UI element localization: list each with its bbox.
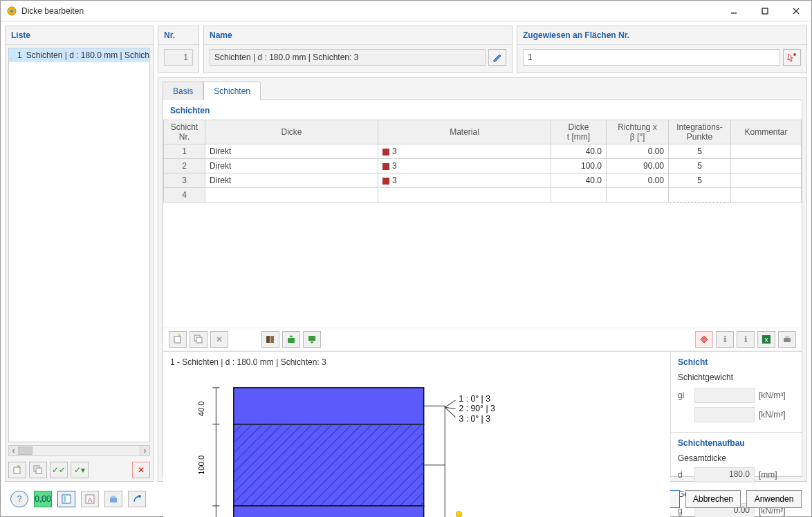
view-toggle-1-button[interactable] [57,491,75,507]
maximize-button[interactable] [749,1,780,21]
svg-rect-43 [64,496,66,502]
schicht-title: Schicht [678,357,795,367]
lower-split: 1 - Schichten | d : 180.0 mm | Schichten… [163,351,802,477]
export-button[interactable] [303,331,321,348]
right-column: Nr. Name Zugewiesen an Fläche [158,26,807,482]
pick-surfaces-button[interactable] [783,49,801,66]
apply-button[interactable]: Anwenden [746,490,802,508]
delete-button[interactable]: ✕ [132,462,150,478]
units-button[interactable]: 0,00 [34,491,52,507]
info-2-button[interactable]: ℹ [737,331,755,348]
cell-intpts[interactable]: 5 [669,144,731,159]
view-toggle-2-button[interactable]: A [81,491,99,507]
help-button[interactable]: ? [10,491,28,507]
cell-intpts[interactable]: 5 [669,173,731,188]
list-horizontal-scrollbar[interactable]: ‹ › [8,445,150,456]
cancel-button[interactable]: Abbrechen [685,490,741,508]
cell-t[interactable] [551,188,607,203]
edit-name-button[interactable] [488,49,506,66]
import-button[interactable] [282,331,300,348]
delete-layer-button[interactable]: ✕ [210,331,228,348]
scroll-left-icon[interactable]: ‹ [9,446,19,455]
excel-button[interactable]: X [757,331,775,348]
list-body[interactable]: 1 Schichten | d : 180.0 mm | Schichten: … [8,48,150,442]
client-area: Liste 1 Schichten | d : 180.0 mm | Schic… [1,21,811,516]
cell-dicke[interactable]: Direkt [205,159,378,173]
nr-field[interactable] [164,49,193,66]
cell-dicke[interactable]: Direkt [205,173,378,188]
assigned-field[interactable] [523,49,780,66]
left-column: Liste 1 Schichten | d : 180.0 mm | Schic… [5,26,154,482]
gi-area-value [694,407,755,422]
col-beta[interactable]: Richtung x β [°] [607,120,669,144]
cell-material[interactable] [378,188,551,203]
svg-rect-13 [266,336,270,343]
cell-material[interactable]: 3 [378,144,551,159]
svg-rect-46 [110,498,117,502]
cell-intpts[interactable] [669,188,731,203]
table-row[interactable]: 1Direkt340.00.005 [164,144,802,159]
library-button[interactable] [261,331,279,348]
col-dicke[interactable]: Dicke [205,120,378,144]
cell-material[interactable]: 3 [378,173,551,188]
tab-schichten[interactable]: Schichten [203,82,261,100]
cell-dicke[interactable] [205,188,378,203]
close-button[interactable] [780,1,811,21]
list-item[interactable]: 1 Schichten | d : 180.0 mm | Schichten: … [9,48,149,62]
settings-button[interactable] [128,491,146,507]
col-nr[interactable]: Schicht Nr. [164,120,205,144]
copy-button[interactable] [29,462,47,478]
cell-beta[interactable] [607,188,669,203]
col-t[interactable]: Dicke t [mm] [551,120,607,144]
table-row[interactable]: 4 [164,188,802,203]
view-option-1-button[interactable] [695,331,713,348]
cell-comment[interactable] [731,144,802,159]
app-icon [6,6,17,17]
layers-title: Schichten [163,100,802,120]
check-filter-button[interactable]: ✓▾ [71,462,89,478]
minimize-button[interactable] [718,1,749,21]
table-row[interactable]: 3Direkt340.00.005 [164,173,802,188]
legend-2: 2 : 90° | 3 [459,404,495,413]
aufbau-title: Schichtenaufbau [678,438,795,448]
dim-top: 40.0 [197,401,205,416]
svg-text:X: X [764,337,768,344]
scroll-right-icon[interactable]: › [140,446,149,455]
cell-dicke[interactable]: Direkt [205,144,378,159]
print-grid-button[interactable] [778,331,796,348]
cell-intpts[interactable]: 5 [669,159,731,173]
col-intpts[interactable]: Integrations- Punkte [669,120,731,144]
cell-comment[interactable] [731,173,802,188]
cell-beta[interactable]: 0.00 [607,173,669,188]
cell-beta[interactable]: 0.00 [607,144,669,159]
tab-basis[interactable]: Basis [163,82,203,100]
name-field[interactable] [210,49,486,66]
scroll-thumb[interactable] [19,446,33,455]
view-toggle-3-button[interactable] [104,491,122,507]
info-1-button[interactable]: ℹ [716,331,734,348]
col-comment[interactable]: Kommentar [731,120,802,144]
preview-canvas[interactable]: 40.0 100.0 40.0 [163,373,670,518]
gi-area-unit: [kN/m²] [759,410,795,420]
gi-vol-unit: [kN/m³] [759,391,795,400]
new-button[interactable] [8,462,26,478]
copy-layer-button[interactable] [190,331,207,348]
cell-comment[interactable] [731,188,802,203]
row-nr: 2 [164,159,205,173]
col-material[interactable]: Material [378,120,551,144]
preview-title: 1 - Schichten | d : 180.0 mm | Schichten… [163,352,670,373]
table-row[interactable]: 2Direkt3100.090.005 [164,159,802,173]
layers-grid[interactable]: Schicht Nr. Dicke Material Dicke t [mm] … [163,120,802,203]
new-layer-button[interactable] [169,331,187,348]
check-button[interactable]: ✓✓ [50,462,68,478]
cell-t[interactable]: 100.0 [551,159,607,173]
row-nr: 1 [164,144,205,159]
schicht-group: Schicht Schichtgewicht gi [kN/m³] [671,352,802,433]
layers-toolbar: ✕ ℹ ℹ X [163,328,802,351]
cell-comment[interactable] [731,159,802,173]
cell-t[interactable]: 40.0 [551,144,607,159]
cell-t[interactable]: 40.0 [551,173,607,188]
cell-material[interactable]: 3 [378,159,551,173]
cell-beta[interactable]: 90.00 [607,159,669,173]
name-panel: Name [203,26,513,73]
